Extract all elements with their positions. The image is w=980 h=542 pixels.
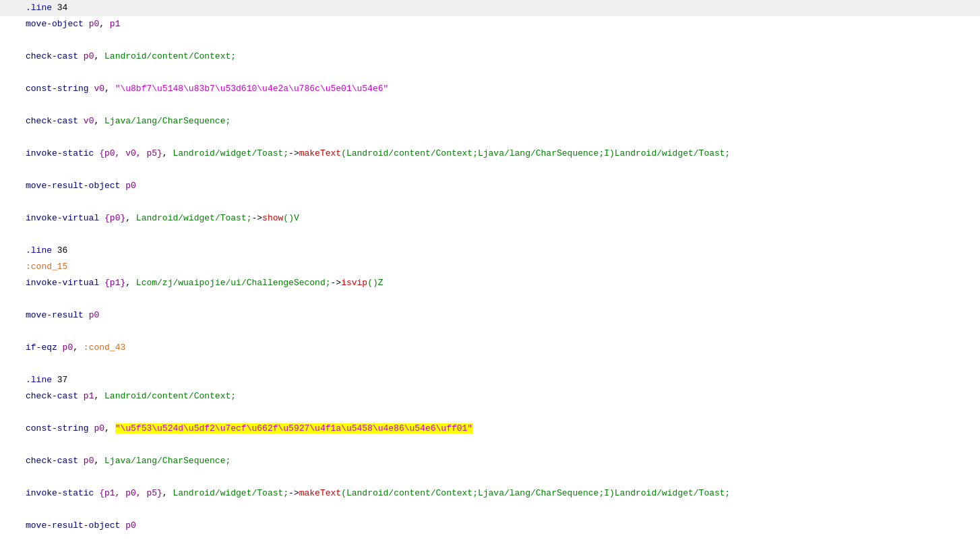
line-content	[20, 292, 980, 307]
code-line: :cond_15	[0, 259, 980, 275]
line-content	[20, 33, 980, 48]
line-content	[20, 227, 980, 242]
line-content: :cond_15	[20, 260, 980, 274]
code-line: const-string p0, "\u5f53\u524d\u5df2\u7e…	[0, 421, 980, 437]
code-container: .line 34move-object p0, p1 check-cast p0…	[0, 0, 980, 542]
code-line: move-result p0	[0, 307, 980, 324]
code-line	[0, 324, 980, 340]
code-line	[0, 469, 980, 485]
code-line	[0, 356, 980, 372]
code-line	[0, 291, 980, 307]
line-content	[20, 438, 980, 452]
line-content	[20, 470, 980, 485]
line-content: .line 34	[20, 1, 980, 16]
code-line: check-cast p0, Ljava/lang/CharSequence;	[0, 453, 980, 469]
code-line: check-cast p0, Landroid/content/Context;	[0, 49, 980, 65]
code-line: invoke-virtual {p0}, Landroid/widget/Toa…	[0, 210, 980, 227]
line-content	[20, 65, 980, 80]
code-line	[0, 129, 980, 146]
code-line: if-eqz p0, :cond_43	[0, 340, 980, 356]
line-content	[20, 502, 980, 517]
code-line	[0, 32, 980, 49]
line-content: .line 37	[20, 373, 980, 388]
line-content: invoke-static {p1, p0, p5}, Landroid/wid…	[20, 486, 980, 501]
line-content: move-result p0	[20, 308, 980, 323]
code-line: const-string v0, "\u8bf7\u5148\u83b7\u53…	[0, 81, 980, 97]
code-line: invoke-static {p1, p0, p5}, Landroid/wid…	[0, 485, 980, 502]
line-content: move-object p0, p1	[20, 17, 980, 32]
line-content: check-cast p1, Landroid/content/Context;	[20, 389, 980, 404]
line-content	[20, 357, 980, 371]
line-content: const-string v0, "\u8bf7\u5148\u83b7\u53…	[20, 82, 980, 96]
code-line: move-result-object p0	[0, 178, 980, 194]
code-line: invoke-virtual {p1}, Lcom/zj/wuaipojie/u…	[0, 275, 980, 291]
code-line	[0, 437, 980, 453]
line-content	[20, 130, 980, 145]
line-content: .line 36	[20, 243, 980, 258]
code-line	[0, 227, 980, 243]
line-content: invoke-virtual {p0}, Landroid/widget/Toa…	[20, 211, 980, 226]
code-line	[0, 65, 980, 81]
line-content: invoke-static {p0, v0, p5}, Landroid/wid…	[20, 146, 980, 161]
line-content: if-eqz p0, :cond_43	[20, 340, 980, 355]
line-content	[20, 405, 980, 420]
line-content	[20, 324, 980, 339]
code-line	[0, 162, 980, 178]
code-line: .line 34	[0, 0, 980, 16]
line-content	[20, 98, 980, 113]
code-line	[0, 194, 980, 210]
code-line: check-cast v0, Ljava/lang/CharSequence;	[0, 113, 980, 129]
line-content: move-result-object p0	[20, 179, 980, 193]
code-line: move-object p0, p1	[0, 16, 980, 32]
line-content: check-cast p0, Landroid/content/Context;	[20, 49, 980, 64]
code-line: .line 37	[0, 372, 980, 388]
code-line	[0, 97, 980, 113]
line-content	[20, 162, 980, 177]
code-line: check-cast p1, Landroid/content/Context;	[0, 388, 980, 404]
code-line	[0, 404, 980, 421]
line-content: check-cast p0, Ljava/lang/CharSequence;	[20, 454, 980, 469]
line-content: const-string p0, "\u5f53\u524d\u5df2\u7e…	[20, 421, 980, 436]
code-line: invoke-static {p0, v0, p5}, Landroid/wid…	[0, 146, 980, 162]
code-line	[0, 502, 980, 518]
line-content: invoke-virtual {p1}, Lcom/zj/wuaipojie/u…	[20, 276, 980, 291]
line-content: move-result-object p0	[20, 518, 980, 533]
line-content: check-cast v0, Ljava/lang/CharSequence;	[20, 114, 980, 129]
code-line: .line 36	[0, 243, 980, 259]
line-content	[20, 195, 980, 210]
code-line: move-result-object p0	[0, 518, 980, 534]
